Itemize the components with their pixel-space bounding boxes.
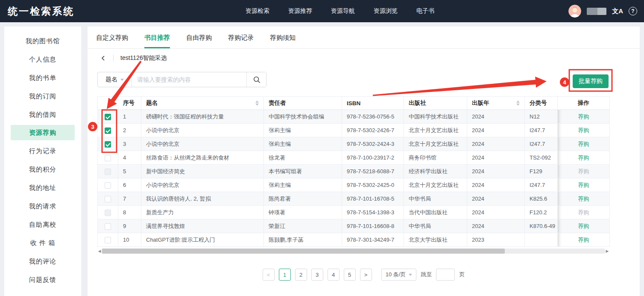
col-label: 分类号 bbox=[530, 99, 547, 107]
top-nav-item[interactable]: 资源检索 bbox=[246, 7, 269, 15]
sidebar-item[interactable]: 个人信息 bbox=[4, 50, 81, 68]
page-button-3[interactable]: 3 bbox=[311, 269, 323, 281]
row-checkbox[interactable] bbox=[105, 141, 111, 148]
search-field-select[interactable]: 题名 bbox=[98, 72, 132, 87]
vertical-divider bbox=[113, 55, 114, 62]
scrollbar-track[interactable] bbox=[102, 249, 605, 254]
tab[interactable]: 自定义荐购 bbox=[96, 27, 128, 48]
sidebar-item[interactable]: 行为记录 bbox=[4, 142, 81, 160]
avatar[interactable] bbox=[568, 5, 581, 18]
col-header-title[interactable]: 题名 bbox=[141, 97, 264, 110]
sidebar-item[interactable]: 我的积分 bbox=[4, 160, 81, 178]
tab[interactable]: 荐购记录 bbox=[228, 27, 254, 48]
sidebar-item[interactable]: 资源荐购 bbox=[11, 125, 75, 140]
row-checkbox[interactable] bbox=[105, 127, 111, 134]
cell-year: 2024 bbox=[467, 178, 525, 192]
sort-icon[interactable] bbox=[516, 99, 520, 107]
cell-isbn: 978-7-5236-0756-5 bbox=[342, 110, 404, 124]
back-button[interactable] bbox=[100, 55, 106, 61]
cell-no: 2 bbox=[118, 124, 141, 137]
page-button-2[interactable]: 2 bbox=[295, 269, 307, 281]
help-icon[interactable]: ? bbox=[629, 7, 637, 15]
top-nav-item[interactable]: 资源浏览 bbox=[374, 7, 398, 15]
table-row: 2小说中的北京张莉主编978-7-5302-2426-7北京十月文艺出版社202… bbox=[98, 124, 610, 137]
table-row: 6小说中的北京张莉主编978-7-5302-2425-0北京十月文艺出版社202… bbox=[98, 178, 610, 192]
sidebar-item[interactable]: 我的请求 bbox=[4, 197, 81, 215]
sidebar-item[interactable]: 自助离校 bbox=[4, 215, 81, 234]
tab[interactable]: 自由荐购 bbox=[186, 27, 212, 48]
language-icon[interactable]: 文A bbox=[612, 7, 623, 15]
sidebar-item[interactable]: 问题反馈 bbox=[4, 270, 81, 289]
scrollbar-thumb[interactable] bbox=[102, 249, 505, 254]
tab[interactable]: 书目推荐 bbox=[144, 27, 170, 48]
recommend-link[interactable]: 荐购 bbox=[578, 141, 589, 147]
jump-page-input[interactable] bbox=[436, 269, 455, 281]
top-nav-item[interactable]: 电子书 bbox=[416, 7, 434, 15]
page-size-select[interactable]: 10 条/页 bbox=[381, 269, 417, 281]
scroll-right-arrow-icon[interactable]: ▶ bbox=[605, 249, 609, 253]
next-page-button[interactable]: > bbox=[360, 269, 372, 281]
col-header-checkbox bbox=[98, 97, 118, 110]
sidebar-item[interactable]: 收 件 箱 bbox=[4, 234, 81, 252]
cell-author: 钟瑛著 bbox=[264, 206, 342, 219]
cell-year: 2024 bbox=[467, 165, 525, 178]
recommend-link[interactable]: 荐购 bbox=[578, 237, 589, 243]
sort-asc-icon bbox=[255, 99, 259, 103]
recommend-link[interactable]: 荐购 bbox=[578, 195, 589, 202]
sort-icon[interactable] bbox=[255, 99, 259, 107]
cell-year: 2024 bbox=[467, 110, 525, 124]
row-checkbox[interactable] bbox=[105, 237, 111, 243]
recommend-link[interactable]: 荐购 bbox=[578, 182, 589, 188]
cell-publisher: 北京十月文艺出版社 bbox=[404, 178, 467, 192]
recommend-link[interactable]: 荐购 bbox=[578, 223, 589, 229]
col-header-class_no: 分类号 bbox=[525, 97, 558, 110]
top-nav-item[interactable]: 资源导航 bbox=[331, 7, 355, 15]
row-checkbox[interactable] bbox=[105, 196, 111, 202]
recommend-link[interactable]: 荐购 bbox=[578, 113, 589, 120]
book-table: 序号题名责任者ISBN出版社出版年分类号操作 1磅礴时代：强国征程的科技力量中国… bbox=[97, 96, 609, 247]
recommend-link[interactable]: 荐购 bbox=[578, 127, 589, 133]
cell-publisher: 当代中国出版社 bbox=[404, 206, 467, 219]
table-row: 7我认识的唐朝诗人. 2, 暂拟陈尚君著978-7-101-16708-5中华书… bbox=[98, 192, 610, 206]
tab[interactable]: 荐购须知 bbox=[270, 27, 296, 48]
sidebar-item[interactable]: 我的图书馆 bbox=[4, 32, 81, 50]
sidebar-item[interactable]: 我的订阅 bbox=[4, 87, 81, 105]
row-checkbox[interactable] bbox=[105, 155, 111, 161]
cell-class-no: I247.7 bbox=[525, 137, 558, 151]
table-row: 5新中国经济简史本书编写组著978-7-5218-6088-7经济科学出版社20… bbox=[98, 165, 610, 178]
search-input[interactable] bbox=[132, 72, 246, 87]
page-button-4[interactable]: 4 bbox=[328, 269, 340, 281]
cell-author: 本书编写组著 bbox=[264, 165, 342, 178]
recommend-link: 荐购 bbox=[578, 168, 589, 175]
cell-title: 新中国经济简史 bbox=[141, 165, 264, 178]
search-row: 题名 bbox=[97, 72, 640, 89]
sidebar-item[interactable]: 我的借阅 bbox=[4, 105, 81, 124]
row-checkbox[interactable] bbox=[105, 114, 111, 120]
sidebar-item[interactable]: 我的书单 bbox=[4, 68, 81, 87]
cell-year: 2024 bbox=[467, 206, 525, 219]
col-header-year[interactable]: 出版年 bbox=[467, 97, 525, 110]
row-checkbox[interactable] bbox=[105, 223, 111, 230]
batch-recommend-button[interactable]: 批量荐购 bbox=[573, 74, 609, 88]
col-header-action: 操作 bbox=[558, 97, 610, 110]
sidebar: 我的图书馆个人信息我的书单我的订阅我的借阅资源荐购行为记录我的积分我的地址我的请… bbox=[4, 27, 81, 296]
page-button-1[interactable]: 1 bbox=[279, 269, 291, 281]
sidebar-item[interactable]: 我的评论 bbox=[4, 252, 81, 270]
recommend-link[interactable]: 荐购 bbox=[578, 154, 589, 161]
sidebar-item[interactable]: 我的地址 bbox=[4, 178, 81, 197]
page-button-5[interactable]: 5 bbox=[344, 269, 356, 281]
cell-no: 1 bbox=[118, 110, 141, 124]
top-nav-item[interactable]: 资源推荐 bbox=[288, 7, 312, 15]
search-button[interactable] bbox=[246, 72, 266, 87]
cell-title: 磅礴时代：强国征程的科技力量 bbox=[141, 110, 264, 124]
row-checkbox[interactable] bbox=[105, 182, 111, 189]
cell-author: 徐龙著 bbox=[264, 151, 342, 165]
cell-isbn: 978-7-5302-2424-3 bbox=[342, 137, 404, 151]
scroll-left-arrow-icon[interactable]: ◀ bbox=[97, 249, 102, 253]
jump-unit-label: 页 bbox=[459, 271, 465, 278]
jump-label: 跳至 bbox=[421, 271, 432, 278]
col-label: 责任者 bbox=[269, 99, 286, 107]
horizontal-scrollbar[interactable]: ◀ ▶ bbox=[97, 248, 609, 254]
cell-year: 2024 bbox=[467, 219, 525, 233]
cell-class-no: F129 bbox=[525, 165, 558, 178]
